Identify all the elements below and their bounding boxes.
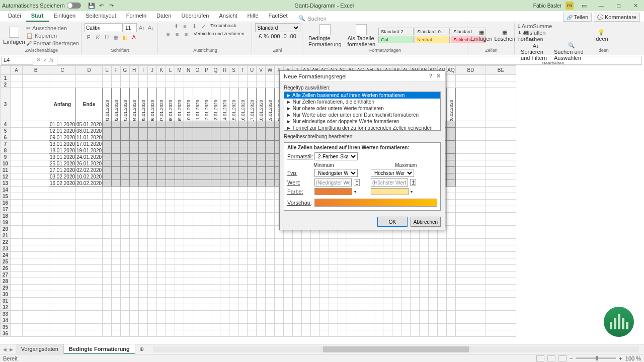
- inc-decimal-icon[interactable]: .0: [282, 33, 287, 39]
- ok-button[interactable]: OK: [377, 217, 408, 227]
- font-color-icon[interactable]: A: [130, 33, 138, 41]
- dialog-close-icon[interactable]: ✕: [436, 73, 441, 79]
- align-middle-icon[interactable]: ≡: [183, 23, 190, 30]
- min-color-picker[interactable]: [314, 188, 352, 195]
- increase-font-icon[interactable]: A↑: [138, 24, 146, 32]
- rule-type-item[interactable]: ► Alle Zellen basierend auf ihren Werten…: [284, 92, 440, 99]
- comma-icon[interactable]: 000: [271, 33, 280, 39]
- copy-button[interactable]: 📋 Kopieren: [26, 33, 79, 39]
- min-typ-select[interactable]: Niedrigster Wert: [314, 169, 358, 177]
- format-as-table-button[interactable]: Als Tabelle formatieren: [345, 24, 379, 47]
- align-top-icon[interactable]: ⬆: [174, 23, 181, 30]
- number-format-select[interactable]: Standard: [255, 23, 300, 32]
- fill-button[interactable]: ⬇ Ausfüllen: [518, 30, 545, 36]
- add-sheet-button[interactable]: ⊕: [135, 346, 148, 352]
- redo-icon[interactable]: ↷: [108, 2, 115, 9]
- share-button[interactable]: 🔗 Teilen: [563, 13, 592, 22]
- close-icon[interactable]: ✕: [629, 1, 642, 10]
- enter-formula-icon[interactable]: ✓: [43, 57, 47, 63]
- zoom-out-icon[interactable]: −: [570, 355, 573, 361]
- cancel-formula-icon[interactable]: ✕: [36, 57, 41, 63]
- comments-button[interactable]: 💬 Kommentare: [594, 13, 640, 22]
- dec-decimal-icon[interactable]: .00: [289, 33, 296, 39]
- cell-style-neutral[interactable]: Neutral: [415, 36, 450, 43]
- format-painter-button[interactable]: 🖌 Format übertragen: [26, 40, 79, 46]
- zoom-slider[interactable]: [576, 357, 616, 359]
- cut-button[interactable]: ✂ Ausschneiden: [26, 25, 79, 32]
- underline-icon[interactable]: U: [103, 33, 111, 41]
- user-name[interactable]: Fabio Basler: [533, 3, 561, 9]
- sheet-tab[interactable]: Vorgangsdaten: [16, 344, 64, 354]
- rule-type-item[interactable]: ► Formel zur Ermittlung der zu formatier…: [284, 125, 440, 131]
- sheet-tab[interactable]: Bedingte Formatierung: [64, 344, 135, 354]
- ribbon-tab-hilfe[interactable]: Hilfe: [243, 11, 264, 22]
- save-icon[interactable]: 💾: [88, 2, 95, 9]
- cell-style-std2[interactable]: Standard 2: [378, 28, 414, 35]
- autosum-button[interactable]: Σ AutoSumme: [518, 23, 552, 29]
- align-bottom-icon[interactable]: ⬇: [192, 23, 199, 30]
- orientation-icon[interactable]: ⤢: [201, 23, 208, 30]
- delete-cells-button[interactable]: ▦Löschen: [495, 29, 516, 42]
- ribbon-tab-seitenlayout[interactable]: Seitenlayout: [80, 11, 121, 22]
- ribbon-tab-start[interactable]: Start: [26, 11, 49, 22]
- ribbon-tab-daten[interactable]: Daten: [151, 11, 176, 22]
- ribbon-tab-überprüfen[interactable]: Überprüfen: [176, 11, 214, 22]
- font-size-select[interactable]: [124, 23, 137, 32]
- zoom-in-icon[interactable]: +: [619, 355, 622, 361]
- undo-icon[interactable]: ↶: [98, 2, 105, 9]
- max-color-picker[interactable]: [371, 188, 409, 195]
- ribbon-tab-ansicht[interactable]: Ansicht: [214, 11, 242, 22]
- normal-view-icon[interactable]: [536, 355, 544, 361]
- wrap-text-button[interactable]: Textumbruch: [210, 23, 236, 30]
- sheet-nav-next-icon[interactable]: ►: [9, 346, 14, 352]
- align-right-icon[interactable]: ≡: [185, 31, 192, 38]
- name-box[interactable]: E4: [1, 56, 33, 65]
- avatar[interactable]: FB: [566, 2, 574, 10]
- insert-cells-button[interactable]: ▦Einfügen: [470, 29, 492, 42]
- align-left-icon[interactable]: ≡: [167, 31, 174, 38]
- minimize-icon[interactable]: —: [595, 1, 608, 10]
- search-box[interactable]: 🔍 Suchen: [298, 15, 326, 22]
- min-wert-input[interactable]: [314, 178, 352, 187]
- ribbon-tab-einfügen[interactable]: Einfügen: [49, 11, 80, 22]
- formatstil-select[interactable]: 2-Farben-Skala: [314, 152, 358, 160]
- zoom-level[interactable]: 100 %: [625, 355, 641, 361]
- ribbon-tab-formeln[interactable]: Formeln: [121, 11, 151, 22]
- percent-icon[interactable]: %: [264, 33, 269, 39]
- ribbon-tab-datei[interactable]: Datei: [3, 11, 26, 22]
- decrease-font-icon[interactable]: A↓: [147, 24, 155, 32]
- currency-icon[interactable]: €: [259, 33, 262, 39]
- rule-type-item[interactable]: ► Nur Zellen formatieren, die enthalten: [284, 99, 440, 105]
- maximize-icon[interactable]: ◻: [612, 1, 625, 10]
- formula-input[interactable]: [57, 56, 642, 65]
- cancel-button[interactable]: Abbrechen: [411, 217, 441, 227]
- cell-style-gut[interactable]: Gut: [378, 36, 414, 43]
- page-break-view-icon[interactable]: [558, 355, 567, 361]
- cell-style-std0[interactable]: Standard_0...: [415, 28, 450, 35]
- toggle-switch[interactable]: [67, 3, 81, 9]
- rule-type-item[interactable]: ► Nur obere oder untere Werte formatiere…: [284, 105, 440, 112]
- font-name-select[interactable]: [85, 23, 123, 32]
- autosave-toggle[interactable]: Automatisches Speichern: [2, 3, 81, 9]
- rule-type-item[interactable]: ► Nur Werte über oder unter dem Durchsch…: [284, 112, 440, 118]
- fill-color-icon[interactable]: ◧: [121, 33, 129, 41]
- page-layout-view-icon[interactable]: [547, 355, 555, 361]
- italic-icon[interactable]: K: [94, 33, 102, 41]
- sheet-nav-prev-icon[interactable]: ◄: [2, 346, 8, 352]
- max-wert-input[interactable]: [371, 178, 408, 187]
- border-icon[interactable]: ▦: [112, 33, 120, 41]
- conditional-formatting-button[interactable]: Bedingte Formatierung: [305, 24, 344, 47]
- ideas-button[interactable]: 💡Ideen: [594, 29, 608, 42]
- clear-button[interactable]: ◇ Löschen: [518, 36, 543, 42]
- paste-button[interactable]: Einfügen: [4, 27, 24, 45]
- rule-type-item[interactable]: ► Nur eindeutige oder doppelte Werte for…: [284, 118, 440, 125]
- min-ref-icon[interactable]: ↥: [354, 179, 360, 186]
- ribbon-options-icon[interactable]: ▭: [578, 1, 591, 10]
- align-center-icon[interactable]: ≡: [176, 31, 183, 38]
- dialog-help-icon[interactable]: ?: [429, 73, 432, 79]
- horizontal-scrollbar[interactable]: [153, 346, 639, 352]
- merge-button[interactable]: Verbinden und zentrieren: [194, 31, 245, 38]
- max-typ-select[interactable]: Höchster Wert: [371, 169, 414, 177]
- rule-type-list[interactable]: ► Alle Zellen basierend auf ihren Werten…: [284, 92, 441, 131]
- fx-icon[interactable]: fx: [49, 57, 54, 63]
